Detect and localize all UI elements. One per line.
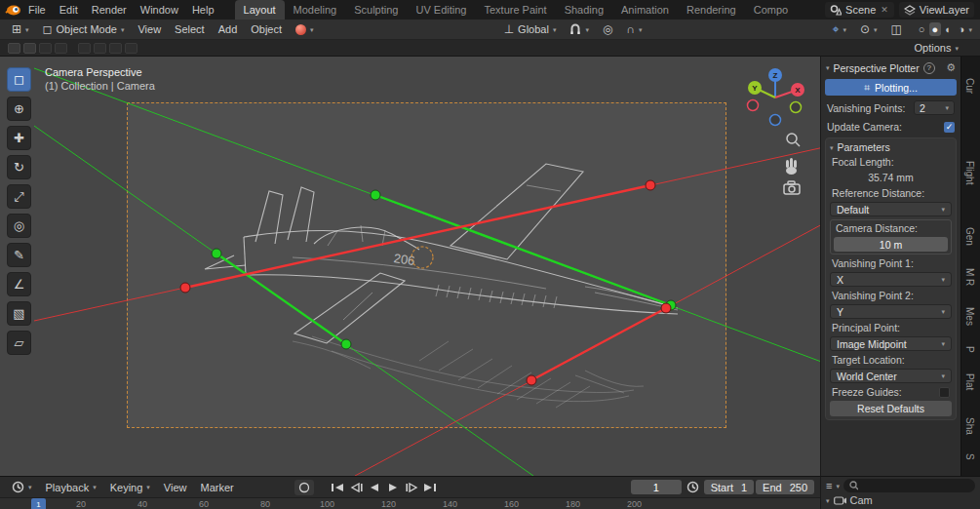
playhead[interactable]: 1 — [31, 498, 46, 509]
play-button[interactable] — [385, 481, 402, 494]
panel-options-icon[interactable]: ⚙ — [946, 61, 956, 74]
menu-render[interactable]: Render — [85, 1, 134, 19]
guide-handle-red-4[interactable] — [661, 303, 671, 313]
help-icon[interactable]: ? — [923, 62, 935, 74]
collection-toggle-icon-3[interactable] — [39, 43, 52, 54]
menu-file[interactable]: File — [21, 1, 53, 19]
playback-range-clock-icon[interactable] — [686, 481, 699, 493]
overlays-toggle[interactable]: ⊙▾ — [854, 21, 883, 37]
parameters-header[interactable]: ▾ Parameters — [830, 141, 952, 153]
editor-type-dropdown[interactable]: ⊞▾ — [6, 21, 35, 37]
viewlayer-selector[interactable]: ViewLayer — [899, 2, 974, 18]
workspace-tab-animation[interactable]: Animation — [612, 0, 678, 20]
tool-measure[interactable]: ∠ — [7, 272, 31, 296]
outliner-item-camera[interactable]: ▾ Cam — [826, 494, 975, 506]
tool-scale[interactable]: ⤢ — [7, 184, 31, 209]
shading-solid-icon[interactable]: ● — [929, 22, 942, 36]
menu-object[interactable]: Object — [245, 21, 288, 37]
prev-keyframe-button[interactable] — [348, 481, 365, 494]
collection-toggle-icon-1[interactable] — [8, 43, 20, 54]
zoom-button[interactable] — [787, 134, 800, 146]
guide-handle-red-1[interactable] — [646, 180, 655, 190]
mode-dropdown[interactable]: ◻ Object Mode▾ — [37, 21, 131, 37]
gizmo-toggle[interactable]: ⌖▾ — [827, 21, 852, 37]
shading-material-icon[interactable]: ◐ — [942, 22, 955, 36]
sidebar-tab-mes[interactable]: Mes — [964, 307, 975, 326]
vanishing-point-2-select[interactable]: Y ▾ — [830, 304, 952, 319]
transform-orientation-dropdown[interactable]: ⊥ Global▾ — [498, 21, 563, 37]
jump-to-end-button[interactable] — [422, 481, 439, 494]
menu-help[interactable]: Help — [185, 1, 221, 19]
menu-edit[interactable]: Edit — [53, 1, 85, 19]
workspace-tab-texture-paint[interactable]: Texture Paint — [475, 0, 555, 20]
plotter-panel-header[interactable]: ▾ Perspective Plotter ? ⚙ — [825, 60, 957, 75]
menu-view[interactable]: View — [132, 21, 167, 37]
workspace-tab-compositing[interactable]: Compo — [745, 0, 797, 20]
blender-logo-icon[interactable] — [5, 4, 21, 17]
options-dropdown[interactable]: Options▾ — [915, 42, 972, 54]
workspace-tab-sculpting[interactable]: Sculpting — [345, 0, 407, 20]
collapse-chevron-icon[interactable]: ▾ — [826, 64, 830, 71]
outliner-search[interactable] — [843, 479, 975, 492]
sidebar-tab-flight[interactable]: Flight — [964, 161, 975, 184]
frame-end-field[interactable]: End 250 — [756, 480, 814, 494]
outliner-editor-icon[interactable]: ≡ — [826, 480, 832, 491]
menu-window[interactable]: Window — [134, 1, 185, 19]
sidebar-tab-cur[interactable]: Cur — [964, 78, 975, 94]
guide-handle-green-2[interactable] — [212, 249, 221, 258]
shading-wireframe-icon[interactable]: ○ — [916, 22, 928, 36]
xray-toggle[interactable]: ◫ — [885, 21, 908, 37]
workspace-tab-modeling[interactable]: Modeling — [285, 0, 346, 20]
reset-defaults-button[interactable]: Reset Defaults — [830, 401, 952, 416]
collection-toggle-icon-2[interactable] — [23, 43, 36, 54]
outliner-search-input[interactable] — [862, 481, 969, 491]
tool-select-box[interactable]: ◻ — [7, 67, 31, 92]
proportional-editing-toggle[interactable]: ◎ — [597, 21, 618, 37]
guide-handle-red-3[interactable] — [527, 375, 536, 385]
sidebar-tab-sha[interactable]: Sha — [964, 417, 975, 435]
guide-handle-green-3[interactable] — [341, 339, 351, 349]
play-reverse-button[interactable] — [367, 481, 383, 494]
camera-view-button[interactable] — [784, 181, 800, 194]
collection-toggle-icon-8[interactable] — [125, 43, 137, 54]
viewport-3d[interactable]: 206 — [0, 57, 820, 476]
tool-move[interactable]: ✚ — [7, 126, 31, 150]
principal-point-select[interactable]: Image Midpoint ▾ — [830, 336, 952, 351]
tool-transform[interactable]: ◎ — [7, 214, 31, 238]
playback-menu[interactable]: Playback▾ — [40, 480, 102, 495]
collection-toggle-icon-7[interactable] — [109, 43, 122, 54]
sidebar-tab-p[interactable]: P — [964, 346, 975, 353]
shading-rendered-icon[interactable]: ◑ — [956, 22, 968, 36]
sidebar-tab-plat[interactable]: Plat — [964, 373, 975, 390]
timeline-ruler[interactable]: 20 40 60 80 100 120 140 160 180 200 1 — [0, 497, 820, 509]
jump-to-start-button[interactable] — [330, 481, 346, 494]
target-location-select[interactable]: World Center ▾ — [830, 369, 952, 383]
update-camera-checkbox[interactable]: ✓ — [944, 122, 955, 133]
proportional-falloff-dropdown[interactable]: ∩▾ — [620, 21, 647, 37]
guide-handle-green-1[interactable] — [371, 190, 380, 200]
outliner-expand-icon[interactable]: ▾ — [826, 497, 830, 504]
outliner-editor-chevron-icon[interactable]: ▾ — [836, 483, 840, 489]
collection-toggle-icon-6[interactable] — [94, 43, 106, 54]
axis-neg-x-handle[interactable] — [748, 100, 759, 111]
pan-button[interactable] — [786, 158, 797, 175]
next-keyframe-button[interactable] — [404, 481, 420, 494]
tool-extrude[interactable]: ▱ — [7, 331, 31, 355]
auto-key-button[interactable] — [294, 480, 314, 495]
axis-neg-y-handle[interactable] — [791, 102, 802, 113]
tool-add-cube[interactable]: ▧ — [7, 301, 31, 326]
current-frame-field[interactable]: 1 — [631, 480, 682, 494]
snap-dropdown[interactable]: ▾ — [564, 21, 595, 37]
scene-unlink-icon[interactable]: ✕ — [880, 5, 889, 15]
frame-start-field[interactable]: Start 1 — [704, 480, 754, 494]
navigation-gizmo[interactable]: Z X Y — [748, 68, 805, 126]
tool-cursor[interactable]: ⊕ — [7, 97, 31, 121]
workspace-tab-layout[interactable]: Layout — [235, 0, 285, 20]
plotting-button[interactable]: ⌗ Plotting... — [825, 79, 957, 96]
menu-add[interactable]: Add — [213, 21, 244, 37]
scene-selector[interactable]: Scene ✕ — [825, 2, 894, 18]
timeline-editor-dropdown[interactable]: ▾ — [6, 479, 38, 495]
vanishing-points-select[interactable]: 2 ▾ — [914, 100, 955, 115]
workspace-tab-rendering[interactable]: Rendering — [678, 0, 745, 20]
reference-distance-select[interactable]: Default ▾ — [830, 202, 952, 216]
